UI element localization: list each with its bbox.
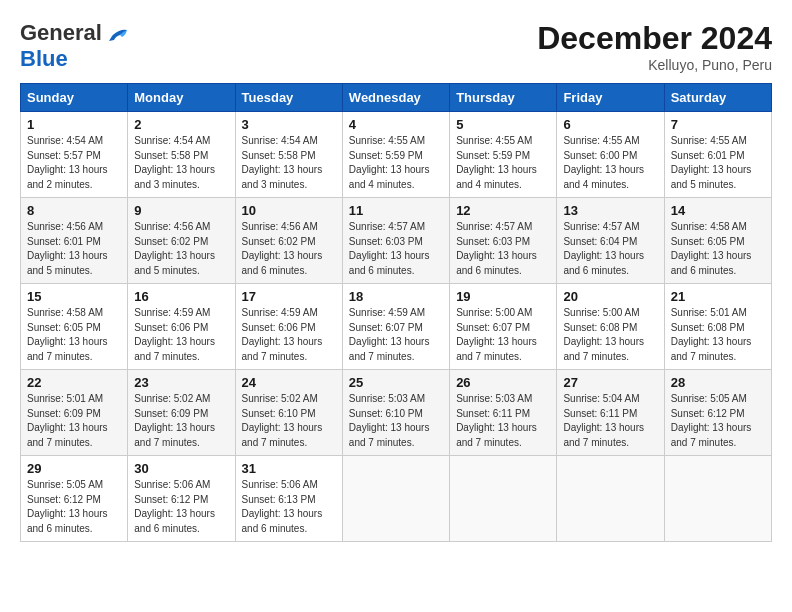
calendar-cell xyxy=(450,456,557,542)
day-info: Sunrise: 5:05 AM Sunset: 6:12 PM Dayligh… xyxy=(27,478,121,536)
header-day-sunday: Sunday xyxy=(21,84,128,112)
calendar-cell xyxy=(557,456,664,542)
day-info: Sunrise: 4:55 AM Sunset: 6:01 PM Dayligh… xyxy=(671,134,765,192)
calendar-cell: 30Sunrise: 5:06 AM Sunset: 6:12 PM Dayli… xyxy=(128,456,235,542)
day-info: Sunrise: 4:54 AM Sunset: 5:58 PM Dayligh… xyxy=(134,134,228,192)
day-info: Sunrise: 4:55 AM Sunset: 5:59 PM Dayligh… xyxy=(456,134,550,192)
logo-general: General xyxy=(20,20,102,45)
header-day-thursday: Thursday xyxy=(450,84,557,112)
day-number: 16 xyxy=(134,289,228,304)
calendar-body: 1Sunrise: 4:54 AM Sunset: 5:57 PM Daylig… xyxy=(21,112,772,542)
calendar-cell: 1Sunrise: 4:54 AM Sunset: 5:57 PM Daylig… xyxy=(21,112,128,198)
day-number: 30 xyxy=(134,461,228,476)
day-number: 17 xyxy=(242,289,336,304)
calendar-cell: 29Sunrise: 5:05 AM Sunset: 6:12 PM Dayli… xyxy=(21,456,128,542)
calendar-cell xyxy=(342,456,449,542)
calendar-cell: 2Sunrise: 4:54 AM Sunset: 5:58 PM Daylig… xyxy=(128,112,235,198)
header-day-wednesday: Wednesday xyxy=(342,84,449,112)
day-info: Sunrise: 4:58 AM Sunset: 6:05 PM Dayligh… xyxy=(671,220,765,278)
day-number: 21 xyxy=(671,289,765,304)
day-number: 18 xyxy=(349,289,443,304)
calendar-cell: 4Sunrise: 4:55 AM Sunset: 5:59 PM Daylig… xyxy=(342,112,449,198)
calendar-cell: 3Sunrise: 4:54 AM Sunset: 5:58 PM Daylig… xyxy=(235,112,342,198)
week-row-2: 8Sunrise: 4:56 AM Sunset: 6:01 PM Daylig… xyxy=(21,198,772,284)
calendar-cell: 9Sunrise: 4:56 AM Sunset: 6:02 PM Daylig… xyxy=(128,198,235,284)
day-number: 25 xyxy=(349,375,443,390)
day-info: Sunrise: 5:01 AM Sunset: 6:09 PM Dayligh… xyxy=(27,392,121,450)
calendar-cell: 31Sunrise: 5:06 AM Sunset: 6:13 PM Dayli… xyxy=(235,456,342,542)
day-info: Sunrise: 5:00 AM Sunset: 6:08 PM Dayligh… xyxy=(563,306,657,364)
day-info: Sunrise: 5:00 AM Sunset: 6:07 PM Dayligh… xyxy=(456,306,550,364)
day-number: 7 xyxy=(671,117,765,132)
calendar-cell: 25Sunrise: 5:03 AM Sunset: 6:10 PM Dayli… xyxy=(342,370,449,456)
day-number: 4 xyxy=(349,117,443,132)
day-info: Sunrise: 5:02 AM Sunset: 6:10 PM Dayligh… xyxy=(242,392,336,450)
day-number: 19 xyxy=(456,289,550,304)
calendar-cell: 5Sunrise: 4:55 AM Sunset: 5:59 PM Daylig… xyxy=(450,112,557,198)
calendar-cell: 7Sunrise: 4:55 AM Sunset: 6:01 PM Daylig… xyxy=(664,112,771,198)
day-info: Sunrise: 5:04 AM Sunset: 6:11 PM Dayligh… xyxy=(563,392,657,450)
day-info: Sunrise: 5:06 AM Sunset: 6:12 PM Dayligh… xyxy=(134,478,228,536)
day-info: Sunrise: 4:57 AM Sunset: 6:03 PM Dayligh… xyxy=(456,220,550,278)
location-subtitle: Kelluyo, Puno, Peru xyxy=(537,57,772,73)
day-info: Sunrise: 4:56 AM Sunset: 6:02 PM Dayligh… xyxy=(242,220,336,278)
calendar-cell: 22Sunrise: 5:01 AM Sunset: 6:09 PM Dayli… xyxy=(21,370,128,456)
day-number: 15 xyxy=(27,289,121,304)
header-day-tuesday: Tuesday xyxy=(235,84,342,112)
calendar-cell: 8Sunrise: 4:56 AM Sunset: 6:01 PM Daylig… xyxy=(21,198,128,284)
day-number: 24 xyxy=(242,375,336,390)
calendar-cell: 6Sunrise: 4:55 AM Sunset: 6:00 PM Daylig… xyxy=(557,112,664,198)
week-row-1: 1Sunrise: 4:54 AM Sunset: 5:57 PM Daylig… xyxy=(21,112,772,198)
calendar-cell: 24Sunrise: 5:02 AM Sunset: 6:10 PM Dayli… xyxy=(235,370,342,456)
page-header: General Blue December 2024 Kelluyo, Puno… xyxy=(20,20,772,73)
title-area: December 2024 Kelluyo, Puno, Peru xyxy=(537,20,772,73)
day-number: 29 xyxy=(27,461,121,476)
day-info: Sunrise: 5:03 AM Sunset: 6:11 PM Dayligh… xyxy=(456,392,550,450)
day-info: Sunrise: 5:06 AM Sunset: 6:13 PM Dayligh… xyxy=(242,478,336,536)
month-title: December 2024 xyxy=(537,20,772,57)
day-number: 14 xyxy=(671,203,765,218)
day-info: Sunrise: 4:56 AM Sunset: 6:01 PM Dayligh… xyxy=(27,220,121,278)
day-number: 8 xyxy=(27,203,121,218)
day-info: Sunrise: 4:55 AM Sunset: 6:00 PM Dayligh… xyxy=(563,134,657,192)
calendar-cell: 13Sunrise: 4:57 AM Sunset: 6:04 PM Dayli… xyxy=(557,198,664,284)
calendar-cell: 16Sunrise: 4:59 AM Sunset: 6:06 PM Dayli… xyxy=(128,284,235,370)
day-info: Sunrise: 5:03 AM Sunset: 6:10 PM Dayligh… xyxy=(349,392,443,450)
day-number: 20 xyxy=(563,289,657,304)
day-info: Sunrise: 4:59 AM Sunset: 6:06 PM Dayligh… xyxy=(134,306,228,364)
day-info: Sunrise: 4:57 AM Sunset: 6:03 PM Dayligh… xyxy=(349,220,443,278)
day-info: Sunrise: 4:59 AM Sunset: 6:07 PM Dayligh… xyxy=(349,306,443,364)
day-info: Sunrise: 4:58 AM Sunset: 6:05 PM Dayligh… xyxy=(27,306,121,364)
calendar-cell: 17Sunrise: 4:59 AM Sunset: 6:06 PM Dayli… xyxy=(235,284,342,370)
day-number: 13 xyxy=(563,203,657,218)
calendar-cell: 18Sunrise: 4:59 AM Sunset: 6:07 PM Dayli… xyxy=(342,284,449,370)
week-row-4: 22Sunrise: 5:01 AM Sunset: 6:09 PM Dayli… xyxy=(21,370,772,456)
calendar-cell: 26Sunrise: 5:03 AM Sunset: 6:11 PM Dayli… xyxy=(450,370,557,456)
week-row-3: 15Sunrise: 4:58 AM Sunset: 6:05 PM Dayli… xyxy=(21,284,772,370)
day-info: Sunrise: 4:57 AM Sunset: 6:04 PM Dayligh… xyxy=(563,220,657,278)
day-number: 3 xyxy=(242,117,336,132)
calendar-cell: 11Sunrise: 4:57 AM Sunset: 6:03 PM Dayli… xyxy=(342,198,449,284)
day-info: Sunrise: 5:05 AM Sunset: 6:12 PM Dayligh… xyxy=(671,392,765,450)
week-row-5: 29Sunrise: 5:05 AM Sunset: 6:12 PM Dayli… xyxy=(21,456,772,542)
logo-blue: Blue xyxy=(20,46,68,71)
logo: General Blue xyxy=(20,20,129,72)
day-number: 27 xyxy=(563,375,657,390)
calendar-cell: 15Sunrise: 4:58 AM Sunset: 6:05 PM Dayli… xyxy=(21,284,128,370)
calendar-cell: 19Sunrise: 5:00 AM Sunset: 6:07 PM Dayli… xyxy=(450,284,557,370)
day-number: 1 xyxy=(27,117,121,132)
day-number: 11 xyxy=(349,203,443,218)
day-info: Sunrise: 5:01 AM Sunset: 6:08 PM Dayligh… xyxy=(671,306,765,364)
day-number: 10 xyxy=(242,203,336,218)
calendar-cell: 20Sunrise: 5:00 AM Sunset: 6:08 PM Dayli… xyxy=(557,284,664,370)
calendar-table: SundayMondayTuesdayWednesdayThursdayFrid… xyxy=(20,83,772,542)
header-day-saturday: Saturday xyxy=(664,84,771,112)
header-day-monday: Monday xyxy=(128,84,235,112)
day-info: Sunrise: 4:56 AM Sunset: 6:02 PM Dayligh… xyxy=(134,220,228,278)
logo-bird-icon xyxy=(107,27,129,45)
day-number: 2 xyxy=(134,117,228,132)
calendar-cell xyxy=(664,456,771,542)
calendar-header: SundayMondayTuesdayWednesdayThursdayFrid… xyxy=(21,84,772,112)
day-info: Sunrise: 4:54 AM Sunset: 5:57 PM Dayligh… xyxy=(27,134,121,192)
day-number: 28 xyxy=(671,375,765,390)
